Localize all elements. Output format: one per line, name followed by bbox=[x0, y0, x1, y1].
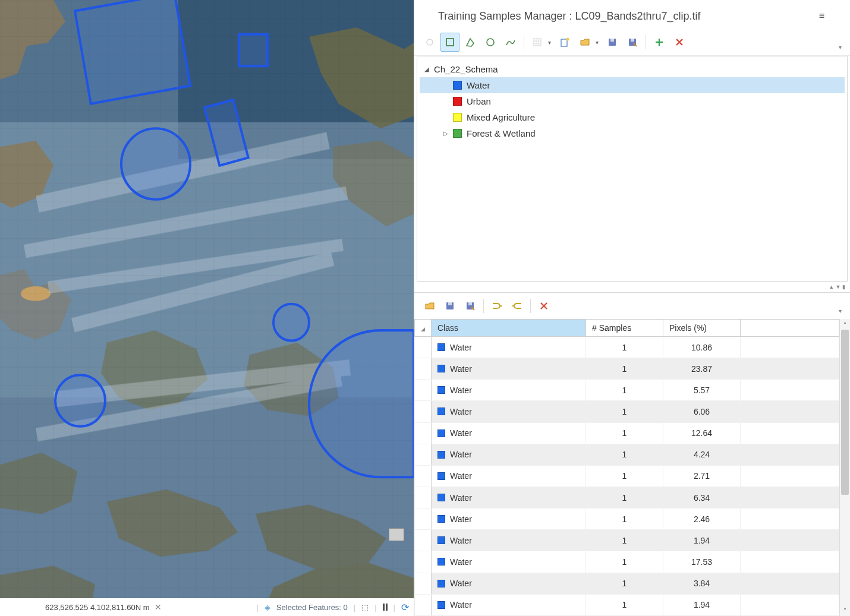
cell-pixels[interactable]: 5.57 bbox=[663, 380, 741, 401]
toolbar-overflow-icon[interactable]: ▾ bbox=[836, 307, 844, 315]
table-row[interactable]: Water13.84 bbox=[415, 573, 839, 594]
cell-samples[interactable]: 1 bbox=[586, 401, 663, 422]
cell-class[interactable]: Water bbox=[432, 573, 586, 594]
cell-samples[interactable]: 1 bbox=[586, 487, 663, 508]
table-scrollbar[interactable]: ˄ ˅ bbox=[839, 319, 850, 616]
table-row[interactable]: Water112.64 bbox=[415, 422, 839, 444]
row-header[interactable] bbox=[415, 530, 432, 551]
scroll-up-icon[interactable]: ˄ bbox=[840, 319, 850, 330]
refresh-icon[interactable]: ⟳ bbox=[401, 602, 409, 613]
save-edits-schema-button[interactable] bbox=[623, 33, 642, 52]
row-header[interactable] bbox=[415, 380, 432, 401]
dock-options-icon[interactable]: ≡ bbox=[817, 9, 826, 23]
cell-class[interactable]: Water bbox=[432, 551, 586, 573]
cell-pixels[interactable]: 2.71 bbox=[663, 465, 741, 487]
open-schema-button[interactable] bbox=[575, 33, 594, 52]
cell-class[interactable]: Water bbox=[432, 422, 586, 444]
pause-icon[interactable] bbox=[383, 604, 388, 611]
cell-pixels[interactable]: 6.34 bbox=[663, 487, 741, 508]
cell-pixels[interactable]: 4.24 bbox=[663, 444, 741, 465]
cell-pixels[interactable]: 12.64 bbox=[663, 422, 741, 444]
cell-samples[interactable]: 1 bbox=[586, 465, 663, 487]
cell-pixels[interactable]: 6.06 bbox=[663, 401, 741, 422]
cell-samples[interactable]: 1 bbox=[586, 530, 663, 551]
cell-samples[interactable]: 1 bbox=[586, 380, 663, 401]
row-header[interactable] bbox=[415, 551, 432, 573]
delete-sample-button[interactable] bbox=[534, 296, 553, 315]
cell-samples[interactable]: 1 bbox=[586, 444, 663, 465]
cell-class[interactable]: Water bbox=[432, 487, 586, 508]
table-row[interactable]: Water110.86 bbox=[415, 337, 839, 358]
row-header[interactable] bbox=[415, 337, 432, 358]
schema-class-row[interactable]: Urban bbox=[420, 93, 845, 109]
cell-class[interactable]: Water bbox=[432, 444, 586, 465]
cell-class[interactable]: Water bbox=[432, 337, 586, 358]
row-header[interactable] bbox=[415, 422, 432, 444]
cell-pixels[interactable]: 2.46 bbox=[663, 508, 741, 530]
schema-class-row[interactable]: Mixed Agriculture bbox=[420, 109, 845, 125]
cell-pixels[interactable]: 23.87 bbox=[663, 358, 741, 380]
table-row[interactable]: Water16.06 bbox=[415, 401, 839, 422]
table-row[interactable]: Water16.34 bbox=[415, 487, 839, 508]
row-header[interactable] bbox=[415, 573, 432, 594]
row-header[interactable] bbox=[415, 444, 432, 465]
table-row[interactable]: Water14.24 bbox=[415, 444, 839, 465]
dropdown-caret-icon[interactable]: ▾ bbox=[548, 39, 554, 46]
scroll-down-icon[interactable]: ˅ bbox=[840, 605, 850, 616]
cell-samples[interactable]: 1 bbox=[586, 508, 663, 530]
cell-samples[interactable]: 1 bbox=[586, 594, 663, 615]
cell-class[interactable]: Water bbox=[432, 380, 586, 401]
cell-pixels[interactable]: 1.94 bbox=[663, 594, 741, 615]
row-header[interactable] bbox=[415, 401, 432, 422]
table-row[interactable]: Water123.87 bbox=[415, 358, 839, 380]
freehand-tool-button[interactable] bbox=[501, 33, 520, 52]
cell-class[interactable]: Water bbox=[432, 508, 586, 530]
scroll-track[interactable] bbox=[840, 330, 850, 605]
collapse-caret-icon[interactable]: ◢ bbox=[424, 66, 432, 72]
cell-samples[interactable]: 1 bbox=[586, 573, 663, 594]
row-header[interactable] bbox=[415, 508, 432, 530]
remove-class-button[interactable] bbox=[670, 33, 689, 52]
schema-class-row[interactable]: ▷Forest & Wetland bbox=[420, 125, 845, 141]
cell-pixels[interactable]: 17.53 bbox=[663, 551, 741, 573]
circle-tool-button[interactable] bbox=[481, 33, 500, 52]
merge-samples-button[interactable] bbox=[487, 296, 506, 315]
table-corner[interactable]: ◢ bbox=[415, 320, 432, 337]
schema-root-row[interactable]: ◢ Ch_22_Schema bbox=[420, 61, 845, 77]
column-header-pixels[interactable]: Pixels (%) bbox=[663, 320, 741, 337]
save-edits-samples-button[interactable] bbox=[461, 296, 480, 315]
splitter-handle[interactable]: ▲ ▼ ▮ bbox=[414, 282, 850, 292]
table-row[interactable]: Water12.71 bbox=[415, 465, 839, 487]
satellite-map[interactable] bbox=[0, 0, 414, 616]
cell-class[interactable]: Water bbox=[432, 530, 586, 551]
cell-class[interactable]: Water bbox=[432, 401, 586, 422]
cell-class[interactable]: Water bbox=[432, 358, 586, 380]
dropdown-caret-icon[interactable]: ▾ bbox=[596, 39, 602, 46]
rectangle-tool-button[interactable] bbox=[440, 33, 459, 52]
column-header-samples[interactable]: # Samples bbox=[586, 320, 663, 337]
cell-pixels[interactable]: 3.84 bbox=[663, 573, 741, 594]
column-header-class[interactable]: Class bbox=[432, 320, 586, 337]
table-row[interactable]: Water11.94 bbox=[415, 594, 839, 615]
expand-caret-icon[interactable]: ▷ bbox=[443, 130, 451, 137]
save-schema-button[interactable] bbox=[603, 33, 622, 52]
row-header[interactable] bbox=[415, 465, 432, 487]
scroll-thumb[interactable] bbox=[841, 330, 849, 495]
cell-class[interactable]: Water bbox=[432, 594, 586, 615]
schema-class-row[interactable]: Water bbox=[420, 77, 845, 93]
save-samples-button[interactable] bbox=[440, 296, 459, 315]
basemap-toggle-icon[interactable] bbox=[389, 528, 404, 541]
cell-samples[interactable]: 1 bbox=[586, 551, 663, 573]
schema-wizard-button[interactable] bbox=[555, 33, 574, 52]
cell-samples[interactable]: 1 bbox=[586, 337, 663, 358]
split-samples-button[interactable] bbox=[508, 296, 527, 315]
cell-pixels[interactable]: 10.86 bbox=[663, 337, 741, 358]
map-view[interactable]: 623,526.525 4,102,811.60N m ✕ | ◈ Select… bbox=[0, 0, 414, 616]
table-row[interactable]: Water117.53 bbox=[415, 551, 839, 573]
filter-icon[interactable]: ⬚ bbox=[361, 603, 369, 612]
cell-pixels[interactable]: 1.94 bbox=[663, 530, 741, 551]
cell-samples[interactable]: 1 bbox=[586, 358, 663, 380]
polygon-tool-button[interactable] bbox=[461, 33, 480, 52]
table-row[interactable]: Water12.46 bbox=[415, 508, 839, 530]
segment-tool-button[interactable] bbox=[528, 33, 547, 52]
